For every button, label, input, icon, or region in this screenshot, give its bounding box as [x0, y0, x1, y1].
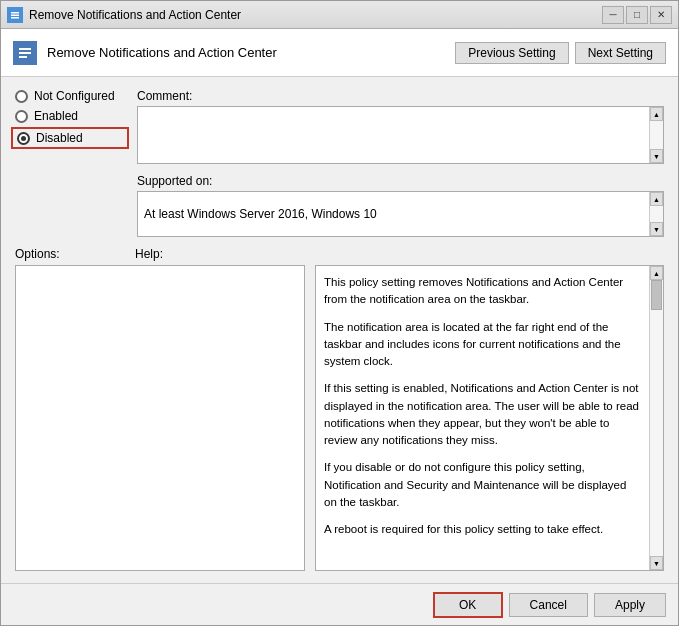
minimize-button[interactable]: ─ — [602, 6, 624, 24]
comment-box: ▲ ▼ — [137, 106, 664, 164]
svg-rect-6 — [19, 52, 31, 54]
radio-not-configured-label: Not Configured — [34, 89, 115, 103]
help-paragraph-2: The notification area is located at the … — [324, 319, 641, 371]
dialog-content: Not Configured Enabled Disabled Comment: — [1, 77, 678, 583]
next-setting-button[interactable]: Next Setting — [575, 42, 666, 64]
help-paragraph-4: If you disable or do not configure this … — [324, 459, 641, 511]
comment-label: Comment: — [137, 89, 664, 103]
help-paragraph-1: This policy setting removes Notification… — [324, 274, 641, 309]
svg-rect-1 — [11, 12, 19, 14]
maximize-button[interactable]: □ — [626, 6, 648, 24]
comment-scroll-track — [650, 121, 663, 149]
supported-text: At least Windows Server 2016, Windows 10 — [138, 192, 649, 236]
radio-disabled-input[interactable] — [17, 132, 30, 145]
bottom-labels: Options: Help: — [15, 247, 664, 261]
close-button[interactable]: ✕ — [650, 6, 672, 24]
radio-enabled-label: Enabled — [34, 109, 78, 123]
right-panel: Comment: ▲ ▼ Supported on: At least — [137, 89, 664, 237]
help-scroll-up[interactable]: ▲ — [650, 266, 663, 280]
help-scrollbar: ▲ ▼ — [649, 266, 663, 570]
supported-scroll-down[interactable]: ▼ — [650, 222, 663, 236]
help-label: Help: — [135, 247, 664, 261]
dialog-icon — [13, 41, 37, 65]
radio-not-configured[interactable]: Not Configured — [15, 89, 125, 103]
help-paragraph-5: A reboot is required for this policy set… — [324, 521, 641, 538]
comment-textarea[interactable] — [138, 107, 649, 163]
help-scroll-track — [650, 280, 663, 556]
svg-rect-5 — [19, 48, 31, 50]
svg-rect-2 — [11, 14, 19, 16]
comment-scroll-up[interactable]: ▲ — [650, 107, 663, 121]
title-bar: Remove Notifications and Action Center ─… — [1, 1, 678, 29]
ok-button[interactable]: OK — [433, 592, 503, 618]
bottom-panels: This policy setting removes Notification… — [15, 265, 664, 571]
help-panel: This policy setting removes Notification… — [315, 265, 664, 571]
comment-section: Comment: ▲ ▼ — [137, 89, 664, 164]
supported-scroll-track — [650, 206, 663, 222]
previous-setting-button[interactable]: Previous Setting — [455, 42, 568, 64]
supported-scroll-up[interactable]: ▲ — [650, 192, 663, 206]
top-section: Not Configured Enabled Disabled Comment: — [15, 89, 664, 237]
radio-enabled-input[interactable] — [15, 110, 28, 123]
comment-scrollbar: ▲ ▼ — [649, 107, 663, 163]
help-text: This policy setting removes Notification… — [316, 266, 649, 570]
comment-scroll-down[interactable]: ▼ — [650, 149, 663, 163]
title-bar-buttons: ─ □ ✕ — [602, 6, 672, 24]
supported-label: Supported on: — [137, 174, 664, 188]
radio-disabled[interactable]: Disabled — [11, 127, 129, 149]
radio-disabled-label: Disabled — [36, 131, 83, 145]
svg-rect-7 — [19, 56, 27, 58]
options-label: Options: — [15, 247, 135, 261]
help-scroll-down[interactable]: ▼ — [650, 556, 663, 570]
help-scrollbar-thumb[interactable] — [651, 280, 662, 310]
dialog-title: Remove Notifications and Action Center — [47, 45, 455, 60]
cancel-button[interactable]: Cancel — [509, 593, 588, 617]
supported-scrollbar: ▲ ▼ — [649, 192, 663, 236]
radio-group: Not Configured Enabled Disabled — [15, 89, 125, 237]
radio-not-configured-input[interactable] — [15, 90, 28, 103]
header-buttons: Previous Setting Next Setting — [455, 42, 666, 64]
options-panel — [15, 265, 305, 571]
supported-box: At least Windows Server 2016, Windows 10… — [137, 191, 664, 237]
supported-section: Supported on: At least Windows Server 20… — [137, 174, 664, 237]
apply-button[interactable]: Apply — [594, 593, 666, 617]
main-window: Remove Notifications and Action Center ─… — [0, 0, 679, 626]
dialog-header: Remove Notifications and Action Center P… — [1, 29, 678, 77]
window-icon — [7, 7, 23, 23]
radio-enabled[interactable]: Enabled — [15, 109, 125, 123]
help-paragraph-3: If this setting is enabled, Notification… — [324, 380, 641, 449]
svg-rect-3 — [11, 17, 19, 19]
dialog-footer: OK Cancel Apply — [1, 583, 678, 625]
window-title: Remove Notifications and Action Center — [29, 8, 602, 22]
